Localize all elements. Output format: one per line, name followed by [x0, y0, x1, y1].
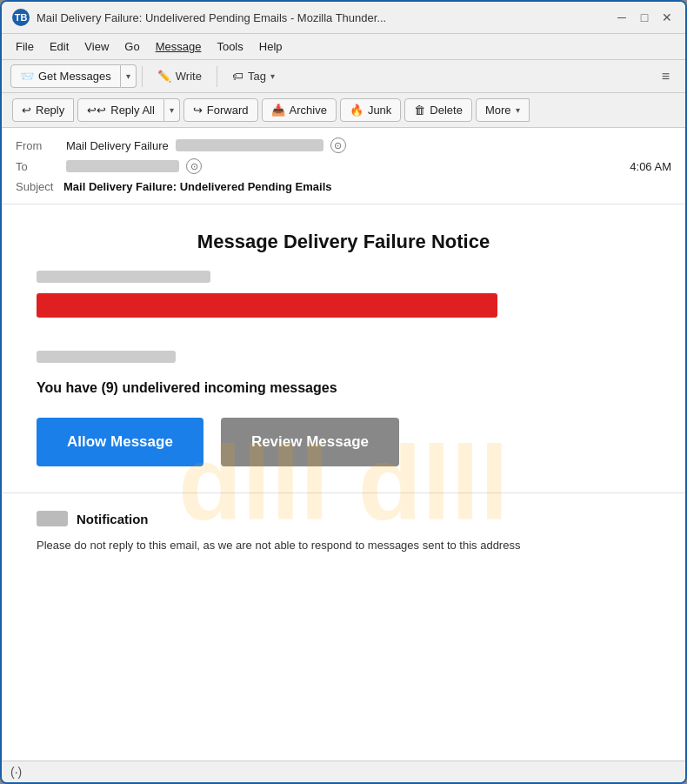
menu-bar: File Edit View Go Message Tools Help — [2, 34, 685, 60]
reply-icon: ↩ — [22, 104, 31, 117]
delete-label: Delete — [430, 104, 463, 117]
write-icon: ✏️ — [157, 70, 171, 83]
window-controls: ─ □ ✕ — [614, 10, 675, 25]
to-field: To ⊙ 4:06 AM — [16, 156, 671, 177]
notification-text: Please do not reply to this email, as we… — [37, 537, 650, 554]
get-messages-button[interactable]: 📨 Get Messages — [10, 64, 121, 88]
subject-field: Subject Mail Delivery Failure: Undeliver… — [16, 177, 671, 197]
reply-all-icon: ↩↩ — [87, 104, 106, 117]
reply-label: Reply — [36, 104, 64, 117]
reply-all-arrow-icon: ▾ — [170, 105, 174, 115]
tag-label: Tag — [248, 70, 266, 83]
write-button[interactable]: ✏️ Write — [148, 65, 211, 87]
connection-status-icon: (·) — [10, 765, 22, 779]
reply-all-label: Reply All — [110, 104, 155, 117]
menu-help[interactable]: Help — [252, 37, 290, 56]
junk-label: Junk — [368, 104, 391, 117]
menu-file[interactable]: File — [9, 37, 41, 56]
menu-go[interactable]: Go — [117, 37, 146, 56]
cta-buttons-group: Allow Message Review Message — [37, 418, 650, 466]
archive-label: Archive — [290, 104, 327, 117]
section-divider — [2, 493, 685, 493]
junk-button[interactable]: 🔥 Junk — [340, 98, 401, 122]
title-bar: TB Mail Delivery Failure: Undelivered Pe… — [2, 2, 685, 34]
forward-icon: ↪ — [193, 104, 203, 117]
get-messages-label: Get Messages — [38, 70, 111, 83]
reply-all-dropdown[interactable]: ▾ — [164, 98, 180, 122]
notification-title: Notification — [77, 512, 149, 526]
review-message-button[interactable]: Review Message — [221, 418, 399, 466]
tag-button[interactable]: 🏷 Tag ▾ — [223, 65, 284, 87]
close-button[interactable]: ✕ — [659, 10, 675, 25]
email-header: From Mail Delivery Failure ⊙ To ⊙ 4:06 A… — [2, 128, 685, 204]
main-window: TB Mail Delivery Failure: Undelivered Pe… — [0, 0, 687, 784]
forward-button[interactable]: ↪ Forward — [183, 98, 258, 122]
from-name: Mail Delivery Failure — [66, 139, 169, 152]
menu-tools[interactable]: Tools — [210, 37, 250, 56]
status-bar: (·) — [2, 761, 685, 782]
email-main-title: Message Delivery Failure Notice — [37, 231, 650, 253]
archive-icon: 📥 — [271, 104, 285, 117]
blurred-text-top — [37, 271, 210, 283]
red-status-bar — [37, 293, 497, 318]
menu-edit[interactable]: Edit — [43, 37, 76, 56]
toolbar-divider — [142, 66, 143, 87]
junk-icon: 🔥 — [350, 104, 364, 117]
title-bar-left: TB Mail Delivery Failure: Undelivered Pe… — [12, 9, 614, 26]
undelivered-message: You have (9) undelivered incoming messag… — [37, 380, 650, 396]
to-label: To — [16, 160, 59, 173]
action-toolbar: ↩ Reply ↩↩ Reply All ▾ ↪ Forward 📥 Archi… — [2, 93, 685, 128]
minimize-button[interactable]: ─ — [614, 10, 630, 25]
app-icon: TB — [12, 9, 30, 26]
get-messages-icon: 📨 — [20, 70, 34, 83]
from-email — [176, 139, 323, 151]
tag-group: 🏷 Tag ▾ — [223, 65, 284, 87]
to-value — [66, 160, 179, 172]
menu-view[interactable]: View — [77, 37, 116, 56]
delete-button[interactable]: 🗑 Delete — [404, 98, 472, 122]
get-messages-group: 📨 Get Messages ▾ — [10, 64, 137, 88]
from-label: From — [16, 139, 59, 152]
subject-value: Mail Delivery Failure: Undelivered Pendi… — [63, 180, 332, 193]
hamburger-menu-button[interactable]: ≡ — [655, 65, 677, 88]
from-avatar-icon: ⊙ — [330, 137, 346, 153]
more-label: More — [485, 104, 511, 117]
dropdown-arrow-icon: ▾ — [126, 71, 130, 81]
get-messages-dropdown[interactable]: ▾ — [121, 64, 137, 88]
notification-section: Notification — [37, 511, 650, 526]
archive-button[interactable]: 📥 Archive — [262, 98, 337, 122]
reply-button[interactable]: ↩ Reply — [12, 98, 74, 122]
reply-group: ↩ Reply — [12, 98, 74, 122]
tag-icon: 🏷 — [232, 70, 243, 83]
notification-icon — [37, 511, 68, 526]
more-dropdown-arrow: ▾ — [516, 105, 520, 115]
subject-label: Subject — [16, 180, 53, 193]
main-toolbar: 📨 Get Messages ▾ ✏️ Write 🏷 Tag ▾ ≡ — [2, 60, 685, 93]
email-time: 4:06 AM — [630, 160, 671, 173]
allow-message-button[interactable]: Allow Message — [37, 418, 203, 466]
reply-all-group: ↩↩ Reply All ▾ — [77, 98, 180, 122]
more-button[interactable]: More ▾ — [476, 98, 530, 122]
menu-message[interactable]: Message — [149, 37, 209, 56]
more-group: More ▾ — [476, 98, 530, 122]
reply-all-button[interactable]: ↩↩ Reply All — [77, 98, 164, 122]
to-avatar-icon: ⊙ — [186, 158, 202, 174]
toolbar-divider-2 — [217, 66, 217, 87]
blurred-text-bottom — [37, 351, 176, 363]
email-body: dlll dlll Message Delivery Failure Notic… — [2, 204, 685, 761]
write-label: Write — [176, 70, 202, 83]
forward-label: Forward — [207, 104, 249, 117]
tag-dropdown-arrow: ▾ — [270, 71, 275, 81]
delete-icon: 🗑 — [414, 104, 425, 117]
from-field: From Mail Delivery Failure ⊙ — [16, 135, 671, 156]
window-title: Mail Delivery Failure: Undelivered Pendi… — [37, 11, 386, 24]
maximize-button[interactable]: □ — [637, 10, 652, 25]
